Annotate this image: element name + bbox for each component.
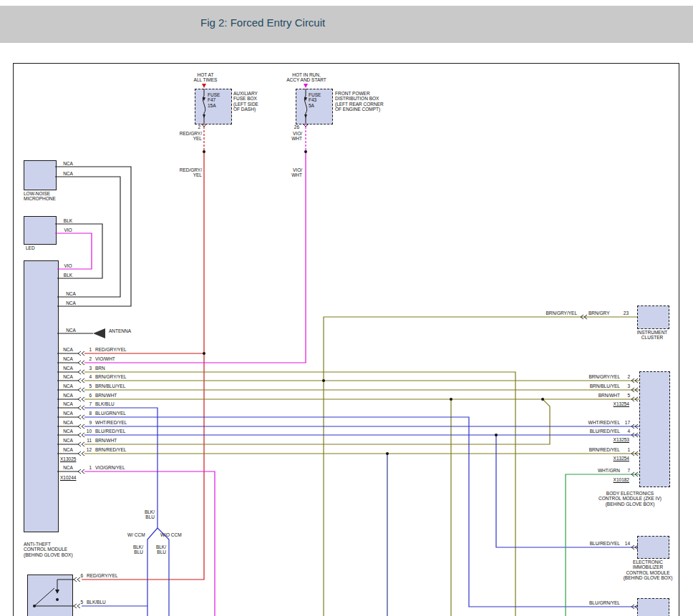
pin-number: 12 [83, 447, 92, 452]
wire-label: BRN/RED/YEL [564, 447, 620, 452]
pin-nca: NCA [60, 393, 76, 398]
wire-label: BLU/RED/YEL [95, 429, 125, 434]
blue-wires [82, 408, 639, 616]
wire-label: VIO/WHT [95, 356, 115, 361]
wire-label: BLK/BLU [87, 600, 106, 605]
feed-arrow-left [202, 84, 206, 88]
antenna-label: ANTENNA [109, 328, 131, 333]
violet-wires [55, 123, 306, 616]
pin-label: VIO [60, 263, 76, 268]
feed-arrow-right [304, 84, 308, 88]
pin-label: BLK [60, 218, 76, 223]
lock-switch-icon [33, 580, 72, 607]
wire-label: BLK/ BLU [127, 544, 143, 555]
component-label: LED [26, 245, 35, 250]
wire-label: BLK/ BLU [150, 544, 166, 555]
pin-nca: NCA [60, 465, 76, 470]
pin-nca: NCA [60, 347, 76, 352]
connector-id: X10182 [595, 477, 629, 482]
wire-label: RED/GRY/ YEL [172, 131, 202, 142]
pin-number: 1 [83, 347, 92, 352]
pin-nca: NCA [60, 447, 76, 452]
pin-number: 5 [83, 383, 92, 388]
wire-label: BRN/WHT [95, 393, 117, 398]
component-label: INSTRUMENT CLUSTER [628, 330, 677, 341]
wire-label: RED/GRY/YEL [95, 347, 127, 352]
wire-label: BLK/ BLU [137, 509, 155, 520]
pin-number: 7 [83, 401, 92, 406]
pin-label: NCA [63, 291, 79, 296]
wire-label: BRN/RED/YEL [95, 447, 126, 452]
junction-dots [203, 150, 544, 455]
wire-label: BLU/GRN/YEL [564, 600, 620, 605]
antenna-icon [93, 328, 105, 338]
connector-id: X13253 [595, 437, 629, 442]
component-label: ANTI-THEFT CONTROL MODULE (BEHIND GLOVE … [24, 542, 89, 557]
pin-number: 5 [74, 600, 83, 605]
component-label: LOW-NOISE MICROPHONE [24, 191, 56, 202]
connector-chevrons [74, 124, 638, 609]
pin-nca: NCA [60, 401, 76, 406]
pin-number: 2 [83, 356, 92, 361]
fuse-pin: 2 [193, 124, 200, 129]
wire-label: BLU/RED/YEL [564, 541, 620, 546]
connector-id: X13254 [595, 401, 629, 406]
pin-number: 11 [83, 438, 92, 443]
wire-label: RED/GRY/YEL [87, 573, 118, 578]
wire-label: VIO/ WHT [285, 167, 302, 178]
wire-label: BRN/GRY/YEL [564, 374, 620, 379]
wire-label: VIO/ WHT [285, 131, 302, 142]
pin-number: 6 [83, 393, 92, 398]
connector-id: X10244 [60, 475, 76, 480]
wire-label: BRN/BLU/YEL [564, 383, 620, 388]
wire-label: WHT/RED/YEL [564, 420, 620, 425]
fuse-name: FUSE F47 15A [208, 92, 220, 108]
wire-label: BRN/GRY [588, 311, 610, 316]
wire-label: RED/GRY/ YEL [172, 167, 202, 178]
pin-number: 7 [622, 468, 630, 473]
pin-nca: NCA [60, 420, 76, 425]
pin-nca: NCA [60, 383, 76, 388]
pin-number: 23 [619, 311, 629, 316]
pin-nca: NCA [60, 356, 76, 361]
wire-label: BRN/BLU/YEL [95, 383, 125, 388]
pin-number: 5 [622, 393, 630, 398]
variant-label: W/ CCM [127, 532, 145, 537]
wire-label: BRN/GRY/YEL [95, 374, 127, 379]
pin-nca: NCA [60, 438, 76, 443]
fusebox-location: FRONT POWER DISTRIBUTION BOX (LEFT REAR … [335, 91, 401, 112]
connector-id: X13025 [60, 456, 76, 461]
pin-number: 1 [83, 465, 92, 470]
wire-label: BRN [95, 366, 105, 371]
pin-nca: NCA [60, 374, 76, 379]
pin-label: NCA [60, 171, 76, 176]
pin-number: 3 [622, 383, 630, 388]
fusebox-location: AUXILIARY FUSE BOX (LEFT SIDE OF DASH) [233, 91, 278, 112]
pin-number: 9 [83, 420, 92, 425]
pin-number: 6 [74, 573, 83, 578]
brown-wires [84, 317, 639, 616]
wire-label: BRN/WHT [564, 393, 620, 398]
wire-label: BLU/GRN/YEL [95, 411, 126, 416]
feed-label: HOT AT ALL TIMES [180, 72, 231, 83]
connector-id: X13254 [595, 456, 629, 461]
pin-number: 17 [622, 420, 630, 425]
fuse-name: FUSE F43 5A [309, 92, 321, 108]
pin-number: 2 [622, 374, 630, 379]
component-label: BODY ELECTRONICS CONTROL MODULE (ZKE IV)… [586, 491, 674, 507]
wire-label: BLU/RED/YEL [564, 429, 620, 434]
wire-label: BRN/WHT [95, 438, 117, 443]
pin-number: 8 [83, 411, 92, 416]
pin-number: 14 [622, 541, 630, 546]
fuse-pin: 26 [291, 124, 299, 129]
wire-label: BRN/GRY/YEL [523, 311, 577, 316]
feed-label: HOT IN RUN, ACCY AND START [281, 72, 331, 83]
wire-label: VIO/GRN/YEL [95, 465, 125, 470]
pin-label: NCA [60, 161, 76, 166]
variant-label: W/O CCM [160, 532, 182, 537]
wiring-diagram-page: Fig 2: Forced Entry Circuit [0, 0, 693, 616]
pin-number: 4 [622, 429, 630, 434]
wire-label: WHT/GRN [564, 468, 620, 473]
pin-label: VIO [60, 228, 76, 233]
component-label: ELECTRONIC IMMOBILIZER CONTROL MODULE (B… [605, 559, 691, 581]
